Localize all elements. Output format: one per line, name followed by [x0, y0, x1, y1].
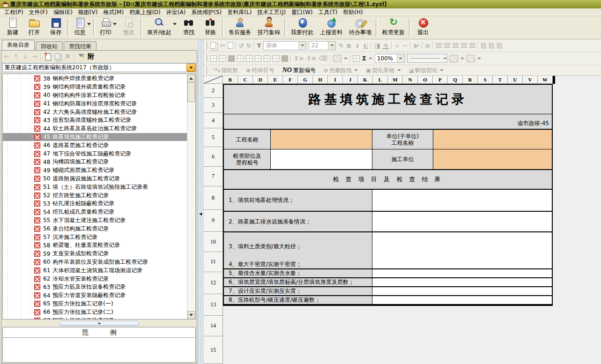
chevron-down-icon[interactable] [344, 58, 348, 59]
tree-item[interactable]: 60 构件吊装就位及安装成型施工检查记录 [3, 258, 187, 267]
chevron-down-icon[interactable] [328, 42, 335, 50]
fill-pattern-icon[interactable] [273, 55, 279, 62]
split-cell-icon[interactable] [237, 55, 244, 62]
tree-item[interactable]: 43 扭剪型高强度螺栓施工检查记录 [3, 116, 187, 125]
eraser-icon[interactable]: ⌫ [319, 55, 327, 61]
toolbar-button[interactable]: 展开/收起 [144, 16, 178, 39]
scrollbar-thumb[interactable] [187, 82, 195, 102]
move-left-icon[interactable]: ← [3, 53, 10, 60]
column-header[interactable]: R [463, 76, 478, 84]
tree-item[interactable]: 54 挖孔桩成孔质量检查记录 [3, 208, 187, 216]
font-color-icon[interactable]: A [383, 42, 389, 49]
justify-icon[interactable] [436, 43, 442, 48]
format-command-button[interactable]: ◪ 解除固化 [406, 67, 446, 74]
menu-item[interactable]: 格式(M) [100, 8, 126, 17]
row-header[interactable]: 7 [204, 167, 223, 186]
column-header[interactable]: J [343, 76, 358, 84]
tree-item[interactable]: 48 沟槽回填施工检查记录 [3, 158, 187, 166]
delete-row-icon[interactable] [219, 55, 226, 62]
format-painter-icon[interactable]: ✎ [338, 43, 343, 49]
collapse-left-icon[interactable]: ◀ [199, 212, 202, 216]
tree-item[interactable]: 59 支座安装成型检查记录 [3, 250, 187, 258]
chevron-down-icon[interactable] [298, 42, 306, 50]
tree-item[interactable]: 46 道路基层施工检查记录 [3, 141, 187, 149]
zoom-select[interactable]: 100% [375, 54, 405, 63]
tree-item[interactable]: 47 地下综合管线施工隐蔽检查记录 [3, 149, 187, 158]
toolbar-button[interactable]: 查找 [178, 16, 200, 39]
menu-item[interactable]: 文件(F) [26, 8, 51, 17]
check-item-input[interactable] [372, 260, 552, 268]
chevron-down-icon[interactable] [477, 58, 481, 59]
fill-cell-icon[interactable] [264, 55, 270, 62]
check-item-input[interactable] [372, 287, 552, 295]
chevron-down-icon[interactable] [443, 58, 447, 59]
tree-item[interactable]: 38 钢构件焊接质量检查记录 [3, 74, 187, 83]
tab[interactable]: 表格目录 [2, 40, 35, 50]
tree-item[interactable]: 55 水下混凝土灌注施工检查记录 [3, 216, 187, 225]
toolbar-button[interactable]: 我要付款 [288, 16, 317, 39]
column-header[interactable]: I [328, 76, 343, 84]
toolbar-button[interactable]: 退出 [412, 16, 434, 39]
highlight-icon[interactable]: ◨ [374, 43, 380, 49]
row-header[interactable]: 13 [204, 294, 223, 316]
tab[interactable]: 查找结果 [64, 41, 96, 50]
tree-item[interactable]: 44 软土路基及基底处治施工检查记录 [3, 125, 187, 133]
align-left-icon[interactable] [444, 43, 450, 48]
toolbar-button[interactable]: 预览 [118, 16, 140, 39]
toolbar-button[interactable]: 上报资料 [317, 16, 346, 39]
tab[interactable]: 回收站 [36, 41, 63, 50]
column-header[interactable]: S [478, 76, 493, 84]
insert-row-icon[interactable] [210, 55, 217, 62]
row-header[interactable]: 15 [204, 336, 223, 364]
move-down-icon[interactable]: ↓ [22, 53, 29, 60]
menu-item[interactable]: 工程(P) [1, 8, 26, 17]
increase-size-icon[interactable]: ＋ [394, 43, 401, 49]
tree-item[interactable]: 41 钢结构防腐涂料涂层厚度检查记录 [3, 99, 187, 108]
column-header[interactable]: O [418, 76, 433, 84]
tree-item[interactable]: 49 铺砌式面层施工检查记录 [3, 166, 187, 175]
merge-cells-icon[interactable] [228, 55, 235, 62]
row-header[interactable]: 5 [204, 128, 223, 147]
menu-item[interactable]: 窗口(W) [289, 8, 315, 17]
vertical-text-center-icon[interactable] [489, 43, 495, 49]
menu-item[interactable]: 档案上报(D) [126, 8, 163, 17]
autosum-icon[interactable]: Σ [362, 55, 366, 62]
column-header[interactable]: T [493, 76, 508, 84]
check-item-input[interactable] [372, 232, 552, 260]
delete-icon[interactable] [64, 53, 71, 60]
toolbar-button[interactable]: 替换 [200, 16, 221, 39]
column-header[interactable]: F [283, 76, 298, 84]
tree-scrollbar[interactable] [187, 74, 195, 319]
row-header[interactable]: 2 [204, 84, 223, 98]
chevron-down-icon[interactable] [369, 58, 372, 59]
catalog-dropdown[interactable]: 重庆建设工程档案编制系统2017（市政版） [2, 63, 196, 72]
font-name-select[interactable]: 宋体 [263, 41, 306, 50]
fraction-icon[interactable]: ⊘ [425, 43, 430, 49]
superscript-icon[interactable]: b² [414, 43, 420, 49]
column-header[interactable]: U [508, 76, 523, 84]
catalog-dropdown-button[interactable] [186, 64, 195, 72]
move-right-icon[interactable]: → [31, 53, 38, 60]
column-header[interactable]: K [358, 76, 373, 84]
bold-icon[interactable]: B [346, 43, 352, 49]
row-spacing-icon[interactable]: ↕≡ [294, 55, 304, 61]
lock-cell-icon[interactable] [282, 55, 288, 62]
menu-item[interactable]: 视图(V) [75, 8, 101, 17]
check-item-input[interactable] [372, 212, 552, 231]
toolbar-button[interactable]: 保存 [45, 16, 67, 39]
menu-item[interactable]: 帮助(H) [340, 8, 365, 17]
row-header[interactable]: 8 [204, 186, 223, 210]
tree-item[interactable]: 57 沉井施工检查记录 [3, 233, 187, 241]
column-header[interactable]: G [298, 76, 313, 84]
column-header[interactable]: H [313, 76, 328, 84]
menu-item[interactable]: 系统维护(S) [188, 8, 224, 17]
column-header[interactable]: E [268, 76, 283, 84]
toolbar-grip[interactable] [205, 54, 207, 63]
italic-icon[interactable]: I [354, 43, 360, 49]
filter-icon[interactable] [78, 53, 85, 60]
unit-project-input[interactable] [433, 130, 552, 149]
tree-item[interactable]: 62 冷却水管安装检查记录 [3, 275, 187, 283]
tree-item[interactable]: 56 承台结构施工检查记录 [3, 224, 187, 233]
add-sheet-icon[interactable] [45, 53, 52, 60]
tree-item[interactable]: 66 预应力张拉施工记录(二) [3, 308, 187, 316]
